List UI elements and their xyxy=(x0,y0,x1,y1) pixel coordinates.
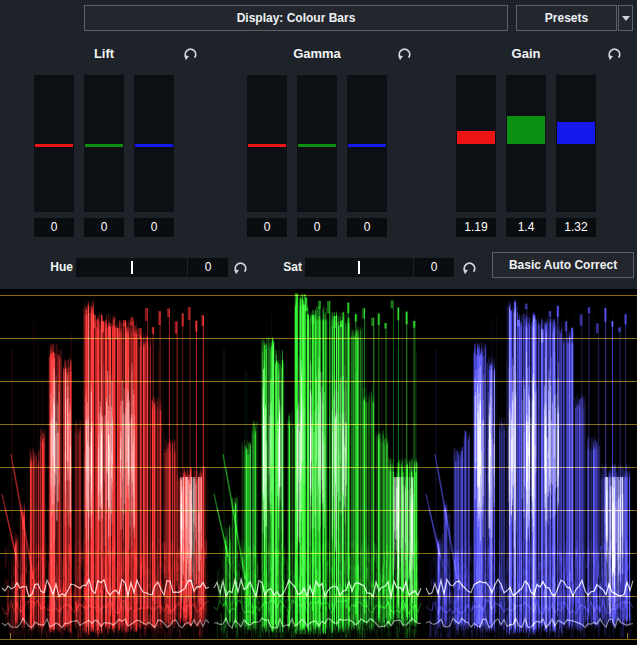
presets-dropdown-button[interactable] xyxy=(618,5,633,31)
lift-reset-icon[interactable] xyxy=(182,45,199,62)
gamma-red-slider[interactable] xyxy=(247,75,287,212)
presets-button[interactable]: Presets xyxy=(516,5,617,31)
gamma-reset-icon[interactable] xyxy=(396,45,413,62)
hue-reset-icon[interactable] xyxy=(232,259,249,276)
gamma-heading: Gamma xyxy=(247,46,387,61)
gamma-green-slider[interactable] xyxy=(297,75,337,212)
gain-blue-value[interactable]: 1.32 xyxy=(556,218,596,237)
gain-blue-slider[interactable] xyxy=(556,75,596,212)
lift-blue-slider[interactable] xyxy=(134,75,174,212)
hue-slider[interactable] xyxy=(76,258,187,277)
gain-red-value[interactable]: 1.19 xyxy=(456,218,496,237)
gain-reset-icon[interactable] xyxy=(606,45,623,62)
display-mode-button[interactable]: Display: Colour Bars xyxy=(84,5,508,31)
lift-red-slider[interactable] xyxy=(34,75,74,212)
hue-label: Hue xyxy=(36,258,73,277)
basic-auto-correct-button[interactable]: Basic Auto Correct xyxy=(492,252,634,278)
rgb-parade-waveform-scope xyxy=(0,285,637,645)
gamma-green-value[interactable]: 0 xyxy=(297,218,337,237)
gain-green-value[interactable]: 1.4 xyxy=(506,218,546,237)
colour-correction-panel: Display: Colour Bars Presets Lift Gamma … xyxy=(0,0,637,645)
sat-label: Sat xyxy=(272,258,302,277)
gain-heading: Gain xyxy=(456,46,596,61)
sat-slider-handle[interactable] xyxy=(358,261,360,274)
gamma-red-value[interactable]: 0 xyxy=(247,218,287,237)
gain-green-slider[interactable] xyxy=(506,75,546,212)
gamma-blue-slider[interactable] xyxy=(347,75,387,212)
lift-green-value[interactable]: 0 xyxy=(84,218,124,237)
chevron-down-icon xyxy=(622,16,630,21)
waveform-canvas xyxy=(0,289,637,645)
sat-value[interactable]: 0 xyxy=(414,258,454,277)
hue-value[interactable]: 0 xyxy=(188,258,228,277)
lift-heading: Lift xyxy=(34,46,174,61)
lift-blue-value[interactable]: 0 xyxy=(134,218,174,237)
sat-reset-icon[interactable] xyxy=(461,259,478,276)
gain-red-slider[interactable] xyxy=(456,75,496,212)
sat-slider[interactable] xyxy=(305,258,413,277)
lift-green-slider[interactable] xyxy=(84,75,124,212)
hue-slider-handle[interactable] xyxy=(131,261,133,274)
lift-red-value[interactable]: 0 xyxy=(34,218,74,237)
gamma-blue-value[interactable]: 0 xyxy=(347,218,387,237)
